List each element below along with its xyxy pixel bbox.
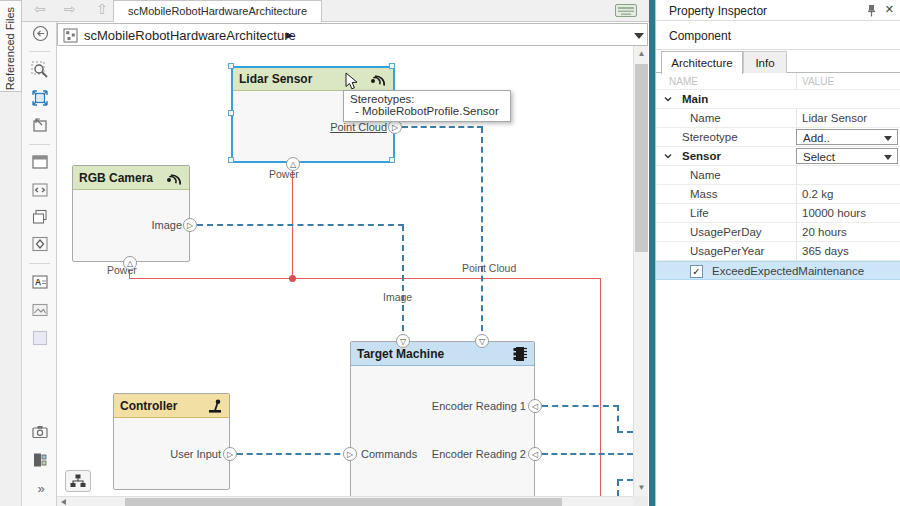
- scroll-up-icon[interactable]: ▲: [634, 47, 649, 61]
- port-label-point-cloud: Point Cloud: [287, 120, 387, 134]
- chevron-down-icon[interactable]: [664, 152, 671, 159]
- sensor-select-dropdown[interactable]: Select: [796, 148, 898, 164]
- code-view-icon[interactable]: [30, 180, 50, 200]
- property-value-usageperday[interactable]: 20 hours: [802, 226, 847, 238]
- expand-toolbar-icon[interactable]: »: [30, 478, 50, 498]
- property-value-mass[interactable]: 0.2 kg: [802, 188, 833, 200]
- tab-info[interactable]: Info: [743, 51, 787, 73]
- keyboard-shortcuts-icon[interactable]: [615, 4, 637, 17]
- port-in-left-triangle-icon: ◁: [532, 450, 538, 459]
- scroll-left-icon[interactable]: [61, 499, 66, 505]
- property-row-main-section[interactable]: Main: [656, 90, 900, 109]
- grid-col-name: NAME: [669, 76, 698, 87]
- annotation-icon[interactable]: A: [30, 272, 50, 292]
- property-row-sensor-section[interactable]: Sensor Select: [656, 147, 900, 166]
- power-line-main[interactable]: [129, 278, 600, 279]
- port-target-pointcloud-in[interactable]: ▽: [475, 334, 489, 348]
- checkbox-checked[interactable]: ✓: [690, 265, 703, 278]
- property-row-sensor-name: Name: [656, 166, 900, 185]
- property-row-exceedexpectedmaintenance[interactable]: ✓ ExceedExpectedMaintenance: [656, 261, 900, 280]
- dropdown-caret-icon: [884, 136, 892, 141]
- hide-explorer-icon[interactable]: [30, 23, 50, 43]
- property-grid: NAME VALUE Main Name Lidar Sensor Stereo…: [656, 73, 900, 280]
- port-target-commands[interactable]: ▷: [343, 447, 357, 461]
- viewport-area-icon[interactable]: [30, 328, 50, 348]
- inspector-tab-bar: Architecture Info: [656, 50, 900, 73]
- encoder1-connector-v[interactable]: [617, 405, 619, 432]
- port-target-encoder2[interactable]: ◁: [528, 447, 542, 461]
- selection-handle[interactable]: [389, 63, 395, 69]
- pin-icon[interactable]: [867, 4, 876, 17]
- image-connector-h[interactable]: [197, 224, 404, 226]
- nav-back-icon[interactable]: ⇦: [34, 1, 46, 17]
- offscreen-connector-v[interactable]: [617, 480, 619, 496]
- selection-handle[interactable]: [228, 63, 234, 69]
- sensor-stereotype-icon: [165, 170, 183, 186]
- encoder1-connector-out[interactable]: [617, 431, 633, 433]
- pointcloud-connector-h[interactable]: [402, 126, 483, 128]
- signal-routing-icon[interactable]: [30, 234, 50, 254]
- toolbar-divider: [29, 51, 50, 52]
- profile-editor-icon[interactable]: [30, 450, 50, 470]
- selection-handle[interactable]: [389, 157, 395, 163]
- property-value-life[interactable]: 10000 hours: [802, 207, 866, 219]
- diagram-canvas[interactable]: Power Power Image Point Cloud Lidar Sens…: [57, 46, 633, 496]
- port-controller-user-input[interactable]: ▷: [223, 447, 237, 461]
- port-lidar-power[interactable]: △: [286, 157, 300, 171]
- port-rgb-power[interactable]: △: [123, 256, 137, 270]
- property-inspector-titlebar: Property Inspector ✕: [656, 0, 900, 21]
- stereotype-dropdown[interactable]: Add..: [796, 129, 898, 145]
- inspector-context-row: Component: [656, 21, 900, 50]
- power-line-down[interactable]: [600, 278, 601, 496]
- property-value-name[interactable]: Lidar Sensor: [802, 112, 867, 124]
- zoom-region-icon[interactable]: [30, 60, 50, 80]
- tab-architecture[interactable]: Architecture: [661, 51, 743, 74]
- property-value-usageperyear[interactable]: 365 days: [802, 245, 849, 257]
- port-label-encoder2: Encoder Reading 2: [406, 447, 526, 461]
- toolbar-divider: [29, 144, 50, 145]
- block-controller[interactable]: Controller: [113, 393, 230, 490]
- port-target-image-in[interactable]: ▽: [396, 334, 410, 348]
- port-label-image: Image: [102, 218, 182, 232]
- copy-view-icon[interactable]: [30, 207, 50, 227]
- referenced-files-tab[interactable]: Referenced Files: [0, 0, 22, 92]
- block-rgb-camera[interactable]: RGB Camera: [72, 165, 190, 262]
- chevron-down-icon[interactable]: [664, 95, 671, 102]
- document-tab[interactable]: scMobileRobotHardwareArchitecture: [113, 0, 322, 22]
- encoder2-connector[interactable]: [542, 453, 633, 455]
- vertical-scroll-thumb[interactable]: [635, 64, 648, 252]
- horizontal-scroll-thumb[interactable]: [125, 498, 562, 506]
- selection-handle[interactable]: [228, 157, 234, 163]
- canvas-horizontal-scrollbar[interactable]: [57, 496, 633, 506]
- breadcrumb-dropdown-icon[interactable]: [634, 33, 644, 39]
- grid-col-value: VALUE: [802, 76, 834, 87]
- port-lidar-point-cloud[interactable]: ▷: [388, 120, 402, 134]
- property-inspector-title: Property Inspector: [669, 4, 767, 18]
- port-in-triangle-icon: ▷: [347, 450, 353, 459]
- scroll-down-icon[interactable]: ▼: [634, 481, 649, 495]
- joystick-stereotype-icon: [207, 398, 223, 414]
- offscreen-connector-h[interactable]: [617, 479, 633, 481]
- window-layout-icon[interactable]: [30, 152, 50, 172]
- selection-handle[interactable]: [228, 110, 234, 116]
- block-target-machine[interactable]: Target Machine: [350, 341, 535, 496]
- port-target-encoder1[interactable]: ◁: [528, 399, 542, 413]
- referenced-files-strip: Referenced Files: [0, 0, 22, 506]
- image-annotation-icon[interactable]: [30, 300, 50, 320]
- commands-connector[interactable]: [237, 453, 350, 455]
- screenshot-icon[interactable]: [30, 422, 50, 442]
- nav-up-icon[interactable]: ⇧: [96, 1, 108, 17]
- port-up-triangle-icon: △: [290, 160, 296, 169]
- fit-to-view-icon[interactable]: [30, 88, 50, 108]
- canvas-vertical-scrollbar[interactable]: ▲ ▼: [633, 46, 648, 496]
- processor-stereotype-icon: [510, 345, 528, 363]
- show-hierarchy-button[interactable]: [65, 470, 91, 492]
- open-in-window-icon[interactable]: [30, 115, 50, 135]
- breadcrumb[interactable]: scMobileRobotHardwareArchitecture ▶: [57, 23, 648, 46]
- nav-forward-icon[interactable]: ⇨: [64, 1, 76, 17]
- breadcrumb-arrow-icon[interactable]: ▶: [286, 30, 293, 40]
- port-out-triangle-icon: ▷: [187, 221, 193, 230]
- port-rgb-image[interactable]: ▷: [183, 218, 197, 232]
- close-icon[interactable]: ✕: [885, 3, 894, 16]
- encoder1-connector-h[interactable]: [542, 405, 619, 407]
